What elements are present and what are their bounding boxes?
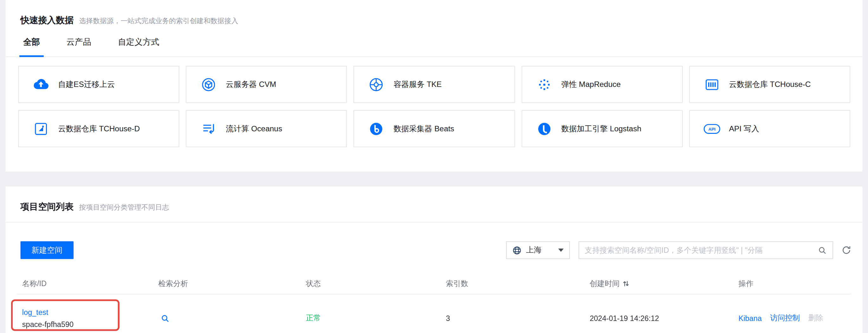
source-card-api[interactable]: API API 写入: [689, 110, 850, 147]
status-badge: 正常: [306, 313, 321, 323]
source-card-label: 云服务器 CVM: [226, 79, 276, 89]
space-list-panel: 项目空间列表 按项目空间分类管理不同日志 新建空间 上海: [5, 186, 862, 333]
source-card-label: 数据加工引擎 Logstash: [561, 124, 641, 133]
table-row: log_test space-fpfha590 正常 3 2024-01-19 …: [17, 294, 851, 333]
cvm-icon: [200, 76, 217, 93]
source-card-oceanus[interactable]: 流计算 Oceanus: [186, 110, 347, 147]
search-icon[interactable]: [160, 314, 170, 323]
sort-icon[interactable]: [622, 280, 629, 287]
beats-icon: [367, 121, 385, 137]
new-space-button[interactable]: 新建空间: [21, 241, 74, 259]
space-list-title: 项目空间列表: [21, 201, 74, 213]
delete-link-disabled: 删除: [808, 313, 823, 323]
tchouse-d-icon: [32, 121, 50, 137]
created-at: 2024-01-19 14:26:12: [590, 314, 659, 322]
cloud-upload-icon: [32, 76, 50, 93]
space-id: space-fpfha590: [22, 320, 73, 329]
space-list-header: 项目空间列表 按项目空间分类管理不同日志: [5, 186, 862, 213]
space-search-input[interactable]: [585, 246, 813, 254]
quick-access-tabs: 全部 云产品 自定义方式: [5, 36, 862, 57]
kibana-link[interactable]: Kibana: [739, 314, 762, 322]
header-search-analysis: 检索分析: [153, 279, 301, 289]
oceanus-icon: [200, 121, 217, 137]
quick-access-header: 快速接入数据 选择数据源，一站式完成业务的索引创建和数据接入: [5, 0, 862, 27]
source-card-tchouse-c[interactable]: 云数据仓库 TCHouse-C: [689, 66, 850, 103]
source-card-label: 云数据仓库 TCHouse-D: [58, 124, 140, 133]
index-count-cell: 3: [440, 314, 584, 322]
region-value: 上海: [526, 245, 541, 255]
api-icon: API: [703, 121, 721, 137]
source-card-label: 数据采集器 Beats: [394, 124, 454, 133]
space-list-subtitle: 按项目空间分类管理不同日志: [79, 203, 169, 212]
tab-custom[interactable]: 自定义方式: [117, 36, 160, 56]
space-list-toolbar: 新建空间 上海: [21, 241, 851, 259]
svg-text:API: API: [708, 127, 715, 131]
source-card-mapreduce[interactable]: 弹性 MapReduce: [522, 66, 683, 103]
space-name-link[interactable]: log_test: [22, 308, 49, 316]
source-card-label: 自建ES迁移上云: [58, 79, 115, 89]
source-card-label: 弹性 MapReduce: [561, 79, 620, 89]
tab-cloud-products[interactable]: 云产品: [65, 36, 93, 56]
search-icon[interactable]: [817, 245, 827, 255]
access-control-link[interactable]: 访问控制: [770, 313, 800, 323]
header-created-at: 创建时间: [584, 279, 733, 289]
tchouse-c-icon: [703, 76, 721, 93]
actions-cell: Kibana 访问控制 删除: [733, 313, 851, 323]
source-card-es-migration[interactable]: 自建ES迁移上云: [19, 66, 180, 103]
quick-access-subtitle: 选择数据源，一站式完成业务的索引创建和数据接入: [79, 17, 239, 26]
source-card-label: 容器服务 TKE: [394, 79, 442, 89]
search-analysis-cell: [153, 314, 301, 323]
name-id-cell: log_test space-fpfha590: [17, 306, 153, 330]
header-actions: 操作: [733, 279, 851, 289]
source-card-label: API 写入: [729, 124, 759, 133]
quick-access-panel: 快速接入数据 选择数据源，一站式完成业务的索引创建和数据接入 全部 云产品 自定…: [5, 0, 862, 172]
source-card-label: 流计算 Oceanus: [226, 124, 282, 133]
source-card-tke[interactable]: 容器服务 TKE: [354, 66, 515, 103]
created-at-cell: 2024-01-19 14:26:12: [584, 314, 733, 322]
tab-all[interactable]: 全部: [22, 36, 41, 56]
source-card-beats[interactable]: 数据采集器 Beats: [354, 110, 515, 147]
header-name-id: 名称/ID: [17, 279, 153, 289]
source-card-logstash[interactable]: 数据加工引擎 Logstash: [522, 110, 683, 147]
quick-access-title: 快速接入数据: [21, 14, 74, 26]
status-cell: 正常: [301, 313, 440, 323]
source-card-tchouse-d[interactable]: 云数据仓库 TCHouse-D: [19, 110, 180, 147]
section-divider: [5, 222, 862, 223]
source-card-label: 云数据仓库 TCHouse-C: [729, 79, 811, 89]
chevron-down-icon: [558, 249, 564, 252]
logstash-icon: [535, 121, 553, 137]
table-header-row: 名称/ID 检索分析 状态 索引数 创建时间 操作: [17, 273, 851, 294]
data-source-grid: 自建ES迁移上云 云服务器 CVM 容器服务 TKE 弹性 MapReduce: [19, 66, 850, 148]
header-status: 状态: [301, 279, 440, 289]
tke-icon: [367, 76, 385, 93]
globe-icon: [512, 245, 522, 255]
header-created-at-label: 创建时间: [590, 279, 619, 289]
region-selector[interactable]: 上海: [506, 241, 570, 259]
header-index-count: 索引数: [440, 279, 584, 289]
index-count: 3: [446, 314, 450, 322]
mapreduce-icon: [535, 76, 553, 93]
space-search-box: [579, 241, 833, 259]
refresh-icon[interactable]: [841, 245, 851, 255]
space-table: 名称/ID 检索分析 状态 索引数 创建时间 操作 log_test space…: [17, 273, 851, 333]
source-card-cvm[interactable]: 云服务器 CVM: [186, 66, 347, 103]
